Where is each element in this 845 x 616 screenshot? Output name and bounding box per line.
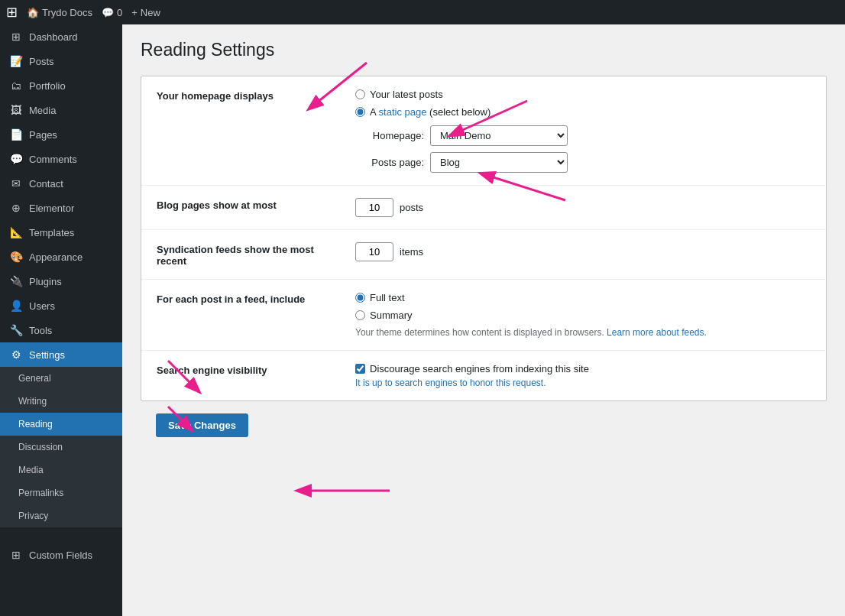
comments-icon: 💬 (102, 7, 114, 18)
settings-submenu: General Writing Reading Discussion Media… (0, 367, 122, 527)
feed-include-control: Full text Summary Your theme determines … (355, 292, 811, 338)
sidebar-item-label: Plugins (29, 276, 62, 287)
homepage-radio-group: Your latest posts A static page (select … (355, 89, 811, 118)
permalinks-label: Permalinks (18, 488, 63, 498)
blog-pages-label: Blog pages show at most (157, 198, 340, 211)
sidebar-item-contact[interactable]: ✉ Contact (0, 171, 122, 196)
save-changes-button[interactable]: Save Changes (156, 413, 248, 437)
privacy-label: Privacy (18, 511, 48, 521)
sidebar-item-reading[interactable]: Reading (0, 413, 122, 436)
search-visibility-control: Discourage search engines from indexing … (355, 363, 811, 388)
content-wrapper: Reading Settings Your homepage displays … (122, 24, 845, 616)
media-settings-label: Media (18, 465, 44, 475)
syndication-input[interactable] (355, 242, 393, 261)
settings-icon: ⚙ (9, 349, 23, 361)
general-label: General (18, 373, 51, 384)
posts-page-select-label: Posts page: (355, 157, 424, 168)
plugins-icon: 🔌 (9, 275, 23, 287)
sidebar-item-media[interactable]: 🖼 Media (0, 98, 122, 122)
templates-icon: 📐 (9, 226, 23, 238)
discourage-checkbox[interactable] (355, 364, 365, 374)
learn-more-link[interactable]: Learn more about feeds (607, 327, 704, 338)
tools-icon: 🔧 (9, 324, 23, 336)
syndication-suffix: items (400, 246, 423, 258)
sidebar-item-pages[interactable]: 📄 Pages (0, 122, 122, 147)
radio-latest-posts-option[interactable]: Your latest posts (355, 89, 811, 100)
feed-include-row: For each post in a feed, include Full te… (141, 280, 826, 351)
custom-fields-label: Custom Fields (29, 550, 92, 561)
sidebar-item-label: Contact (29, 178, 63, 190)
pages-icon: 📄 (9, 128, 23, 141)
site-link[interactable]: 🏠 Trydo Docs (27, 7, 92, 18)
comments-link[interactable]: 💬 0 (102, 7, 122, 18)
search-visibility-checkbox-option[interactable]: Discourage search engines from indexing … (355, 363, 811, 374)
page-title: Reading Settings (141, 40, 827, 60)
radio-static-page-label: A static page (select below) (370, 106, 490, 118)
homepage-displays-control: Your latest posts A static page (select … (355, 89, 811, 173)
sidebar-item-label: Posts (29, 56, 54, 67)
users-icon: 👤 (9, 300, 23, 312)
posts-page-select[interactable]: Blog Home About (430, 152, 568, 173)
sidebar-item-permalinks[interactable]: Permalinks (0, 481, 122, 504)
writing-label: Writing (18, 396, 47, 407)
discussion-label: Discussion (18, 442, 63, 452)
radio-latest-posts-label: Your latest posts (370, 89, 443, 100)
blog-pages-input[interactable] (355, 198, 393, 217)
radio-full-text-option[interactable]: Full text (355, 292, 811, 303)
sidebar: ⊞ Dashboard 📝 Posts 🗂 Portfolio 🖼 Media … (0, 24, 122, 616)
radio-static-page[interactable] (355, 107, 365, 117)
elementor-icon: ⊕ (9, 202, 23, 214)
syndication-control: items (355, 242, 811, 261)
radio-full-text[interactable] (355, 293, 365, 303)
sidebar-item-appearance[interactable]: 🎨 Appearance (0, 245, 122, 269)
homepage-select-row: Homepage: Main Demo About Contact Blog (355, 125, 811, 146)
homepage-select-label: Homepage: (355, 130, 424, 141)
site-name: Trydo Docs (42, 7, 92, 18)
homepage-select[interactable]: Main Demo About Contact Blog (430, 125, 568, 146)
wp-icon[interactable]: ⊞ (6, 4, 18, 21)
sidebar-item-discussion[interactable]: Discussion (0, 436, 122, 459)
sidebar-item-portfolio[interactable]: 🗂 Portfolio (0, 73, 122, 98)
sidebar-item-custom-fields[interactable]: ⊞ Custom Fields (0, 543, 122, 567)
blog-pages-control: posts (355, 198, 811, 217)
save-button-row: Save Changes (141, 401, 827, 449)
new-label: New (141, 7, 160, 18)
settings-form: Your homepage displays Your latest posts… (141, 76, 827, 401)
sidebar-item-users[interactable]: 👤 Users (0, 293, 122, 318)
appearance-icon: 🎨 (9, 251, 23, 263)
sidebar-item-comments[interactable]: 💬 Comments (0, 147, 122, 171)
sidebar-item-label: Media (29, 105, 56, 116)
search-visibility-label: Search engine visibility (157, 363, 340, 376)
radio-latest-posts[interactable] (355, 89, 365, 99)
radio-summary-option[interactable]: Summary (355, 310, 811, 321)
feed-include-label: For each post in a feed, include (157, 292, 340, 305)
homepage-displays-row: Your homepage displays Your latest posts… (141, 76, 826, 186)
sidebar-item-label: Dashboard (29, 31, 78, 43)
theme-text-content: Your theme determines how content is dis… (355, 327, 604, 338)
sidebar-item-general[interactable]: General (0, 367, 122, 390)
sidebar-item-media-settings[interactable]: Media (0, 459, 122, 481)
posts-icon: 📝 (9, 55, 23, 67)
sidebar-item-tools[interactable]: 🔧 Tools (0, 318, 122, 342)
sidebar-item-label: Settings (29, 349, 65, 361)
radio-summary[interactable] (355, 310, 365, 320)
sidebar-item-dashboard[interactable]: ⊞ Dashboard (0, 24, 122, 49)
sidebar-item-plugins[interactable]: 🔌 Plugins (0, 269, 122, 293)
sidebar-item-settings[interactable]: ⚙ Settings (0, 342, 122, 367)
dashboard-icon: ⊞ (9, 31, 23, 43)
radio-summary-label: Summary (370, 310, 413, 321)
new-link[interactable]: + New (131, 7, 160, 18)
sidebar-item-posts[interactable]: 📝 Posts (0, 49, 122, 73)
static-page-link[interactable]: static page (379, 106, 427, 118)
sidebar-item-privacy[interactable]: Privacy (0, 504, 122, 527)
syndication-number-row: items (355, 242, 811, 261)
sidebar-item-writing[interactable]: Writing (0, 390, 122, 413)
sidebar-item-label: Portfolio (29, 80, 66, 92)
topbar: ⊞ 🏠 Trydo Docs 💬 0 + New (0, 0, 845, 24)
radio-static-page-option[interactable]: A static page (select below) (355, 106, 811, 118)
blog-pages-row: Blog pages show at most posts (141, 186, 826, 230)
sidebar-item-elementor[interactable]: ⊕ Elementor (0, 196, 122, 220)
sidebar-item-templates[interactable]: 📐 Templates (0, 220, 122, 245)
reading-label: Reading (18, 419, 53, 430)
feed-radio-group: Full text Summary (355, 292, 811, 321)
